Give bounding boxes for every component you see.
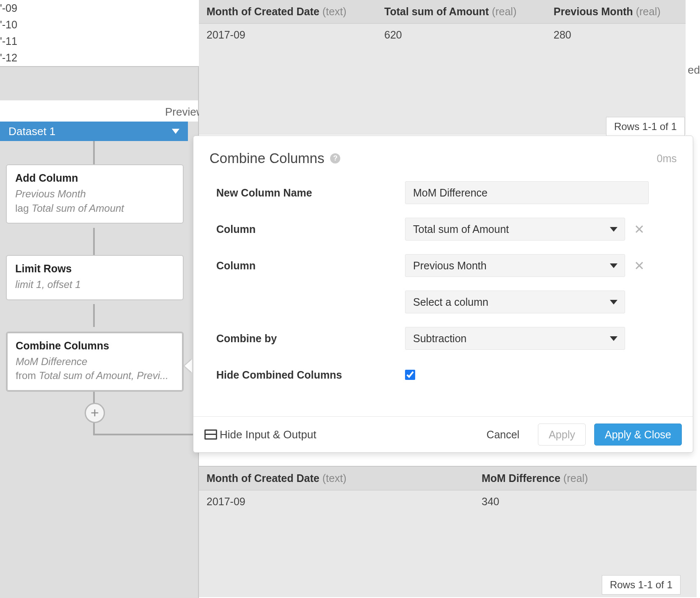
label-combine-by: Combine by [216, 332, 405, 345]
dataset-label: Dataset 1 [8, 125, 55, 138]
column-select-2[interactable]: Previous Month [405, 254, 625, 277]
pipeline-pane: '-09 '-10 '-11 '-12 Preview Dataset 1 Ad… [0, 0, 199, 598]
dialog-title: Combine Columns ? [209, 150, 340, 166]
connector [93, 141, 95, 165]
table-row: 2017-09 340 [199, 490, 697, 512]
pipeline-step-combine-columns[interactable]: Combine Columns MoM Difference from Tota… [6, 332, 184, 392]
new-column-name-input[interactable] [405, 181, 649, 204]
step-subtitle: from Total sum of Amount, Previ... [16, 368, 174, 383]
selected-step-indicator-icon [185, 359, 192, 373]
list-item[interactable]: '-11 [0, 33, 199, 50]
label-hide-combined: Hide Combined Columns [216, 369, 405, 381]
add-step-button[interactable]: + [85, 403, 105, 423]
connector [94, 434, 199, 435]
table-row: 2017-09 620 280 [199, 24, 686, 46]
column-header[interactable]: Previous Month (real) [546, 6, 681, 18]
combine-columns-dialog: Combine Columns ? 0ms New Column Name Co… [193, 136, 693, 453]
column-header[interactable]: Month of Created Date (text) [199, 6, 377, 18]
cell: 620 [377, 29, 546, 41]
label-new-column-name: New Column Name [216, 187, 405, 199]
list-item[interactable]: '-09 [0, 0, 199, 17]
list-item[interactable]: '-10 [0, 17, 199, 33]
column-select-add[interactable]: Select a column [405, 291, 625, 313]
table-header: Month of Created Date (text) Total sum o… [199, 0, 686, 24]
rows-count-badge: Rows 1-1 of 1 [606, 117, 685, 136]
dialog-header: Combine Columns ? 0ms [193, 136, 693, 171]
step-title: Add Column [15, 172, 174, 184]
table-icon [204, 429, 217, 440]
hide-input-output-button[interactable]: Hide Input & Output [204, 428, 316, 441]
combine-by-select[interactable]: Subtraction [405, 327, 625, 350]
cell: 340 [474, 496, 694, 508]
table-header: Month of Created Date (text) MoM Differe… [199, 467, 697, 490]
label-column: Column [216, 260, 405, 272]
chevron-down-icon [172, 129, 179, 134]
column-select-1[interactable]: Total sum of Amount [405, 218, 625, 241]
preview-tab[interactable]: Preview [0, 100, 198, 122]
step-subtitle: lag Total sum of Amount [15, 201, 174, 216]
apply-close-button[interactable]: Apply & Close [594, 424, 682, 446]
top-list: '-09 '-10 '-11 '-12 [0, 0, 199, 67]
column-header[interactable]: Total sum of Amount (real) [377, 6, 546, 18]
apply-button[interactable]: Apply [538, 424, 586, 446]
step-subtitle: Previous Month [15, 187, 174, 201]
step-subtitle: MoM Difference [16, 354, 174, 369]
column-header[interactable]: MoM Difference (real) [474, 472, 694, 484]
output-table: Month of Created Date (text) MoM Differe… [199, 466, 697, 512]
help-icon[interactable]: ? [330, 153, 340, 163]
remove-column-button[interactable]: ✕ [633, 222, 645, 237]
list-item[interactable]: '-12 [0, 50, 199, 66]
label-column: Column [216, 223, 405, 235]
cell: 2017-09 [199, 496, 474, 508]
dialog-form: New Column Name Column Total sum of Amou… [193, 171, 693, 416]
dataset-dropdown[interactable]: Dataset 1 [0, 122, 188, 141]
dialog-footer: Hide Input & Output Cancel Apply Apply &… [193, 416, 693, 452]
column-header[interactable]: Month of Created Date (text) [199, 472, 474, 484]
step-title: Combine Columns [16, 340, 174, 352]
step-title: Limit Rows [15, 263, 174, 275]
pipeline-step-add-column[interactable]: Add Column Previous Month lag Total sum … [6, 164, 184, 224]
pipeline-step-limit-rows[interactable]: Limit Rows limit 1, offset 1 [6, 255, 184, 300]
rows-count-badge: Rows 1-1 of 1 [602, 575, 681, 595]
cropped-text: ed [688, 64, 700, 77]
hide-combined-checkbox[interactable] [405, 370, 415, 380]
timing-label: 0ms [657, 152, 677, 165]
cell: 2017-09 [199, 29, 377, 41]
input-table: Month of Created Date (text) Total sum o… [199, 0, 686, 46]
cancel-button[interactable]: Cancel [477, 424, 530, 446]
step-subtitle: limit 1, offset 1 [15, 277, 174, 292]
remove-column-button[interactable]: ✕ [633, 258, 645, 273]
cell: 280 [546, 29, 681, 41]
